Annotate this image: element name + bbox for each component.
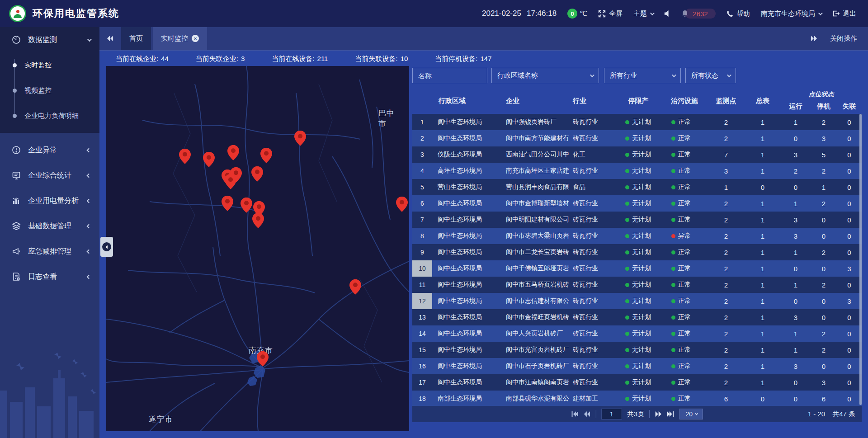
tab-home[interactable]: 首页: [121, 27, 151, 50]
status-dot-icon: [625, 348, 629, 352]
notifications[interactable]: 2632: [681, 9, 716, 19]
map-pin[interactable]: [252, 212, 264, 228]
map-pin[interactable]: [349, 279, 361, 294]
table-row[interactable]: 7 阆中生态环境局 阆中明阳建材有限公司 砖瓦行业 无计划 正常 2 1 3 0…: [412, 212, 862, 228]
org-menu[interactable]: 南充市生态环境局: [761, 9, 821, 18]
theme-label: 主题: [633, 9, 647, 18]
region-filter-select[interactable]: 行政区域名称: [491, 68, 599, 83]
table-row[interactable]: 12 阆中生态环境局 阆中市忠信建材有限公 砖瓦行业 无计划 正常 2 1 0 …: [412, 293, 862, 309]
industry-filter-select[interactable]: 所有行业: [604, 68, 681, 83]
sidebar-group-emergency[interactable]: 应急减排管理: [0, 239, 99, 264]
map-pin[interactable]: [227, 145, 239, 160]
row-industry: 砖瓦行业: [570, 309, 615, 325]
table-row[interactable]: 6 阆中生态环境局 阆中市金博瑞新型墙材 砖瓦行业 无计划 正常 2 1 1 2…: [412, 195, 862, 212]
tabs-scroll-left-button[interactable]: [99, 27, 121, 50]
sidebar-group-enterprise-abnormal[interactable]: 企业异常: [0, 137, 99, 163]
first-page-button[interactable]: [571, 411, 579, 417]
map-pin[interactable]: [241, 197, 252, 212]
map-pin[interactable]: [294, 130, 306, 146]
close-actions-menu[interactable]: 关闭操作: [830, 34, 857, 43]
tabs-scroll-right-button[interactable]: [810, 35, 817, 42]
row-index: 16: [412, 358, 432, 374]
sidebar-item-power-load-detail[interactable]: 企业电力负荷明细: [0, 103, 99, 128]
row-lost-count: 0: [837, 309, 862, 325]
row-company: 南部县砚华水泥有限公: [502, 391, 570, 406]
table-row[interactable]: 14 阆中生态环境局 阆中大兴页岩机砖厂 砖瓦行业 无计划 正常 2 1 1 2…: [412, 325, 862, 342]
table-row[interactable]: 15 阆中生态环境局 阆中市光富页岩机砖厂 砖瓦行业 无计划 正常 2 1 1 …: [412, 342, 862, 358]
pager-divider: [596, 410, 596, 418]
tab-close-icon[interactable]: ✕: [192, 35, 199, 42]
page-size-select[interactable]: 20: [679, 409, 703, 419]
status-filter-select[interactable]: 所有状态: [685, 68, 736, 83]
last-page-button[interactable]: [667, 411, 675, 417]
fullscreen-label: 全屏: [609, 9, 623, 18]
map-panel[interactable]: 巴中市南充市遂宁市: [106, 66, 409, 431]
col-header-treatment: 治污设施: [661, 88, 708, 114]
map-collapse-toggle[interactable]: [100, 237, 113, 257]
row-company: 南充市高坪区王家店建: [502, 163, 570, 179]
row-stop-plan: 无计划: [615, 212, 661, 228]
table-row[interactable]: 9 阆中生态环境局 阆中市二龙长宝页岩砖 砖瓦行业 无计划 正常 2 1 1 2…: [412, 244, 862, 260]
row-total-meter-count: 1: [745, 358, 781, 374]
map-pin[interactable]: [203, 151, 215, 167]
next-page-button[interactable]: [655, 411, 662, 417]
map-pin[interactable]: [225, 174, 236, 189]
table-row[interactable]: 11 阆中生态环境局 阆中市五马桥页岩机砖 砖瓦行业 无计划 正常 2 1 1 …: [412, 277, 862, 293]
table-row[interactable]: 4 高坪生态环境局 南充市高坪区王家店建 砖瓦行业 无计划 正常 3 1 2 2…: [412, 163, 862, 179]
row-treatment-status: 正常: [661, 195, 708, 212]
row-index: 3: [412, 146, 432, 163]
theme-menu[interactable]: 主题: [633, 9, 653, 18]
sidebar-group-data-monitor: 数据监测 实时监控 视频监控 企业电力负荷明细: [0, 27, 99, 133]
map-pin[interactable]: [179, 149, 191, 164]
table-row[interactable]: 10 阆中生态环境局 阆中千佛镇五郎垭页岩 砖瓦行业 无计划 正常 2 1 0 …: [412, 260, 862, 277]
map-pin[interactable]: [222, 195, 233, 211]
sidebar-group-base-data[interactable]: 基础数据管理: [0, 213, 99, 239]
table-scrollbar[interactable]: [859, 114, 862, 405]
page-number-input[interactable]: [601, 409, 622, 419]
previous-page-button[interactable]: [584, 411, 591, 417]
row-stop-plan: 无计划: [615, 163, 661, 179]
table-row[interactable]: 3 仪陇生态环境局 西南油气田分公司川中 化工 无计划 正常 7 1 3 5 0: [412, 146, 862, 163]
table-row[interactable]: 16 阆中生态环境局 阆中市石子页岩机砖厂 砖瓦行业 无计划 正常 2 1 3 …: [412, 358, 862, 374]
row-lost-count: 0: [837, 130, 862, 146]
name-filter-field[interactable]: [412, 68, 487, 83]
table-row[interactable]: 8 阆中生态环境局 阆中市枣碧大梁山页岩 砖瓦行业 无计划 异常 2 1 3 0…: [412, 228, 862, 244]
table-row[interactable]: 5 营山生态环境局 营山县润丰肉食品有限 食品 无计划 正常 1 0 0 1 0: [412, 179, 862, 195]
map-pin[interactable]: [260, 147, 272, 163]
table-row[interactable]: 13 阆中生态环境局 阆中市金福旺页岩机砖 砖瓦行业 无计划 正常 2 1 3 …: [412, 309, 862, 325]
col-header-total: 总表: [745, 88, 781, 114]
row-company: 阆中明阳建材有限公司: [502, 212, 570, 228]
main-content: 巴中市南充市遂宁市 行政区域名称 所有行业 所有状态: [99, 66, 868, 438]
row-index: 15: [412, 342, 432, 358]
row-total-meter-count: 1: [745, 195, 781, 212]
fullscreen-button[interactable]: 全屏: [598, 9, 623, 18]
sidebar-group-data-monitor-header[interactable]: 数据监测: [0, 27, 99, 52]
row-total-meter-count: 1: [745, 114, 781, 130]
map-pin[interactable]: [257, 351, 269, 366]
sidebar-item-video-monitor[interactable]: 视频监控: [0, 78, 99, 103]
row-index: 7: [412, 212, 432, 228]
sidebar-group-logs[interactable]: 日志查看: [0, 264, 99, 289]
tab-realtime-monitor[interactable]: 实时监控 ✕: [153, 27, 207, 50]
help-button[interactable]: 帮助: [726, 9, 750, 18]
row-halted-count: 0: [811, 260, 837, 277]
table-row[interactable]: 1 阆中生态环境局 阆中强锐页岩砖厂 砖瓦行业 无计划 正常 2 1 1 2 0: [412, 114, 862, 130]
table-row[interactable]: 17 阆中生态环境局 阆中市江南镇阆南页岩 砖瓦行业 无计划 正常 2 1 0 …: [412, 374, 862, 391]
row-index: 9: [412, 244, 432, 260]
logout-button[interactable]: 退出: [832, 9, 856, 18]
sidebar-item-realtime-monitor[interactable]: 实时监控: [0, 52, 99, 78]
row-region: 仪陇生态环境局: [432, 146, 502, 163]
sidebar-group-enterprise-statistics[interactable]: 企业综合统计: [0, 163, 99, 188]
row-region: 阆中生态环境局: [432, 130, 502, 146]
row-total-meter-count: 1: [745, 260, 781, 277]
row-region: 高坪生态环境局: [432, 163, 502, 179]
row-index: 10: [412, 260, 432, 277]
mute-button[interactable]: [664, 10, 670, 17]
map-pin[interactable]: [396, 197, 408, 212]
sidebar-group-power-analysis[interactable]: 企业用电量分析: [0, 188, 99, 213]
table-row[interactable]: 18 南部生态环境局 南部县砚华水泥有限公 建材加工 无计划 正常 6 0 0 …: [412, 391, 862, 406]
map-pin[interactable]: [251, 166, 263, 182]
table-row[interactable]: 2 阆中生态环境局 阆中市南方节能建材有 砖瓦行业 无计划 正常 2 1 0 3…: [412, 130, 862, 146]
row-treatment-status: 正常: [661, 342, 708, 358]
name-filter-input[interactable]: [413, 68, 487, 83]
